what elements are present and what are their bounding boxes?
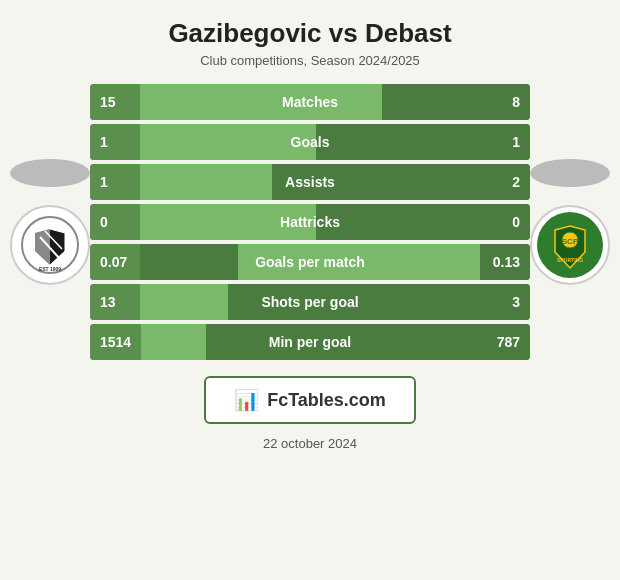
stat-row-hattricks: 0Hattricks0: [90, 204, 530, 240]
stat-right-spg: 3: [480, 284, 530, 320]
footer-date: 22 october 2024: [263, 436, 357, 451]
stat-row-spg: 13Shots per goal3: [90, 284, 530, 320]
stat-label-matches: Matches: [90, 94, 530, 110]
stat-row-gpm: 0.07Goals per match0.13: [90, 244, 530, 280]
main-content: EST 1909 15Matches81Goals11Assists20Hatt…: [0, 84, 620, 360]
stat-left-hattricks: 0: [90, 204, 140, 240]
stat-row-assists: 1Assists2: [90, 164, 530, 200]
stat-left-goals: 1: [90, 124, 140, 160]
stat-right-gpm: 0.13: [480, 244, 530, 280]
right-team-logo: SCP SPORTING: [530, 205, 610, 285]
stat-row-mpg: 1514Min per goal787: [90, 324, 530, 360]
sturm-graz-svg: EST 1909: [20, 215, 80, 275]
page-subtitle: Club competitions, Season 2024/2025: [168, 53, 451, 68]
stat-label-spg: Shots per goal: [90, 294, 530, 310]
stat-right-matches: 8: [480, 84, 530, 120]
left-ellipse-decoration: [10, 159, 90, 187]
fctables-text: FcTables.com: [267, 390, 386, 411]
stat-right-assists: 2: [480, 164, 530, 200]
stat-left-matches: 15: [90, 84, 140, 120]
stat-row-goals: 1Goals1: [90, 124, 530, 160]
stat-right-mpg: 787: [480, 324, 530, 360]
stat-left-mpg: 1514: [90, 324, 141, 360]
fctables-banner: 📊 FcTables.com: [204, 376, 416, 424]
stat-left-spg: 13: [90, 284, 140, 320]
stats-area: 15Matches81Goals11Assists20Hattricks00.0…: [90, 84, 530, 360]
stat-label-mpg: Min per goal: [90, 334, 530, 350]
stat-row-matches: 15Matches8: [90, 84, 530, 120]
left-team-logo: EST 1909: [10, 205, 90, 285]
stat-right-hattricks: 0: [480, 204, 530, 240]
stat-label-hattricks: Hattricks: [90, 214, 530, 230]
right-ellipse-decoration: [530, 159, 610, 187]
stat-right-goals: 1: [480, 124, 530, 160]
stat-left-gpm: 0.07: [90, 244, 140, 280]
left-team-logo-area: EST 1909: [10, 159, 90, 285]
stat-label-goals: Goals: [90, 134, 530, 150]
stat-left-assists: 1: [90, 164, 140, 200]
fctables-icon: 📊: [234, 388, 259, 412]
page-header: Gazibegovic vs Debast Club competitions,…: [158, 0, 461, 74]
stat-label-gpm: Goals per match: [90, 254, 530, 270]
svg-text:SCP: SCP: [562, 237, 579, 246]
page-title: Gazibegovic vs Debast: [168, 18, 451, 49]
sporting-cp-svg: SCP SPORTING: [535, 210, 605, 280]
svg-text:EST 1909: EST 1909: [39, 266, 61, 272]
right-team-logo-area: SCP SPORTING: [530, 159, 610, 285]
svg-text:SPORTING: SPORTING: [557, 257, 583, 263]
stat-label-assists: Assists: [90, 174, 530, 190]
